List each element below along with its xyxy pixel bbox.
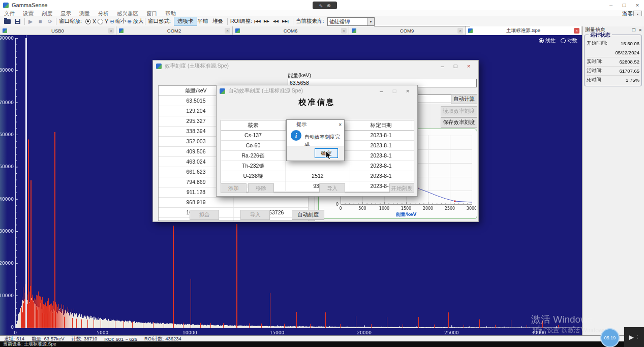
table-row[interactable]: Th-232链2023-8-1 xyxy=(221,161,414,171)
tab-soil-standard-source[interactable]: 土壤标准源.Spe× xyxy=(466,26,582,35)
menu-display[interactable]: 显示 xyxy=(56,10,75,16)
roi-back-button[interactable]: ◀◀ xyxy=(273,16,279,26)
open-file-button[interactable] xyxy=(4,16,11,26)
stop-share-icon[interactable]: ⊗ xyxy=(327,3,331,8)
auto-calc-button[interactable]: 自动计算 xyxy=(451,94,477,104)
close-button[interactable]: × xyxy=(401,88,414,94)
msgbox-titlebar[interactable]: 提示 × xyxy=(287,120,344,129)
dialog-titlebar[interactable]: 自动效率刻度 (土壤标准源.Spe) – □ × xyxy=(217,85,417,97)
stop-button[interactable]: ■ xyxy=(39,16,42,26)
remove-button[interactable]: 移除 xyxy=(248,183,274,193)
main-titlebar: GammaSense ⇖ ⊗ – □ × xyxy=(0,0,644,11)
log-scale-radio[interactable]: 对数 xyxy=(561,37,577,44)
roi-adjust-label: ROI调整: xyxy=(230,16,252,26)
mode-tab-button[interactable]: 选项卡 xyxy=(174,17,197,25)
table-row[interactable]: U-238链25122023-8-1 xyxy=(221,171,414,181)
nuclide-library-combo[interactable]: 铀钍镭钾▾ xyxy=(327,17,375,26)
close-button[interactable]: × xyxy=(631,0,644,10)
maximize-button[interactable]: □ xyxy=(388,88,401,94)
menu-window[interactable]: 窗口 xyxy=(142,10,161,16)
menu-calibration[interactable]: 刻度 xyxy=(38,10,56,16)
auto-calibrate-button[interactable]: 自动刻度 xyxy=(292,210,324,220)
import-button[interactable]: 导入 xyxy=(319,183,345,193)
mode-tile-button[interactable]: 平铺 xyxy=(197,16,208,26)
msgbox-body: i 自动效率刻度完成 xyxy=(287,129,344,146)
dialog-title: 效率刻度 (土壤标准源.Spe) xyxy=(165,62,229,70)
stat-row-start-date: 05/22/2024 xyxy=(587,48,639,57)
save-icon xyxy=(15,19,20,24)
minimize-button[interactable]: – xyxy=(604,0,618,10)
save-button[interactable] xyxy=(15,16,20,26)
tab-close-icon[interactable]: × xyxy=(574,28,579,34)
share-cursor-icon[interactable]: ⇖ xyxy=(319,3,323,8)
tab-icon xyxy=(235,28,240,33)
tab-close-icon[interactable]: × xyxy=(225,28,230,34)
close-button[interactable]: × xyxy=(462,63,475,69)
toolbar: ▶ ■ ⟳ 窗口缩放: X Y ⊖缩小 ⊕放大 窗口形式: 选项卡 平铺 堆叠 … xyxy=(0,16,644,27)
zoom-out-icon: ⊖ xyxy=(110,18,114,25)
tab-com9[interactable]: COM9× xyxy=(349,26,466,35)
roi-forward-button[interactable]: ▶▶ xyxy=(264,16,269,26)
stat-row-real-time: 实时间:62808.52 xyxy=(587,57,639,67)
refresh-button[interactable]: ⟳ xyxy=(48,16,52,26)
recording-timer[interactable]: 05:19 xyxy=(600,328,620,347)
add-button[interactable]: 添加 xyxy=(221,183,247,193)
tab-close-icon[interactable]: × xyxy=(341,28,347,34)
close-icon[interactable]: × xyxy=(339,122,342,128)
minimize-button[interactable]: – xyxy=(375,88,388,94)
fit-button[interactable]: 拟合 xyxy=(190,210,219,220)
menu-roi[interactable]: 感兴趣区 xyxy=(113,10,142,16)
menu-file[interactable]: 文件 xyxy=(0,10,19,16)
menu-measure[interactable]: 测量 xyxy=(75,10,94,16)
screen-share-toolbar[interactable]: ⇖ ⊗ xyxy=(313,2,337,9)
menu-settings[interactable]: 设置 xyxy=(19,10,38,16)
menu-help[interactable]: 帮助 xyxy=(161,10,180,16)
tab-close-icon[interactable]: × xyxy=(457,28,463,34)
measure-info-panel: 测量信息 ❐ ✕ 运行状态 开始时间:15:50:06 05/22/2024 实… xyxy=(582,26,644,335)
table-row[interactable] xyxy=(159,218,315,221)
folder-icon xyxy=(4,19,11,24)
more-options-icon[interactable]: ⋮ xyxy=(635,335,639,339)
capture-app-icon: ▶ xyxy=(629,333,634,341)
tabbar: USB0× COM2× COM6× COM9× 土壤标准源.Spe× xyxy=(0,26,582,35)
close-icon[interactable]: ✕ xyxy=(638,28,642,33)
zoom-out-button[interactable]: ⊖缩小 xyxy=(110,16,126,26)
roi-last-button[interactable]: ▶▶| xyxy=(282,16,289,26)
tab-icon xyxy=(468,28,473,33)
import-button[interactable]: 导入 xyxy=(240,210,270,220)
maximize-button[interactable]: □ xyxy=(618,0,631,10)
roi-first-button[interactable]: |◀◀ xyxy=(254,16,261,26)
dialog-icon xyxy=(289,122,294,127)
tab-com6[interactable]: COM6× xyxy=(233,26,349,35)
tab-icon xyxy=(352,28,356,33)
separator xyxy=(293,18,293,25)
chevron-down-icon[interactable]: ▾ xyxy=(367,18,374,25)
activate-windows-hint: 转到"设置"以激活 Windows xyxy=(533,326,606,335)
dialog-titlebar[interactable]: 效率刻度 (土壤标准源.Spe) – □ × xyxy=(153,60,478,72)
maximize-button[interactable]: □ xyxy=(449,63,462,69)
pin-icon[interactable]: ❐ xyxy=(632,28,635,33)
minimize-button[interactable]: – xyxy=(436,63,449,69)
msgbox-title: 提示 xyxy=(296,121,306,128)
capture-app-control[interactable]: ▶ ⋮ xyxy=(624,327,644,347)
calibration-info-heading: 校准信息 xyxy=(217,98,417,107)
energy-label: 能量(keV) xyxy=(288,72,311,79)
tab-close-icon[interactable]: × xyxy=(108,28,114,34)
linear-scale-radio[interactable]: 线性 xyxy=(539,37,556,44)
tab-usb0[interactable]: USB0× xyxy=(0,26,116,35)
zoom-axis-x-radio[interactable]: X xyxy=(85,16,96,26)
read-efficiency-button[interactable]: 读取效率刻度 xyxy=(441,106,477,116)
start-button[interactable]: ▶ xyxy=(28,16,33,26)
zoom-in-button[interactable]: ⊕放大 xyxy=(127,16,143,26)
save-efficiency-button[interactable]: 保存效率刻度 xyxy=(441,117,477,128)
start-calibration-button[interactable]: 开始刻度 xyxy=(389,183,414,193)
mode-stack-button[interactable]: 堆叠 xyxy=(212,16,223,26)
screen: GammaSense ⇖ ⊗ – □ × 文件 设置 刻度 显示 测量 分析 感… xyxy=(0,0,644,347)
tab-com2[interactable]: COM2× xyxy=(116,26,233,35)
table-row[interactable]: 1000.970.0153726 xyxy=(159,208,315,218)
table-row[interactable]: 968.919 xyxy=(159,198,315,208)
zoom-axis-y-radio[interactable]: Y xyxy=(98,16,108,26)
menu-analysis[interactable]: 分析 xyxy=(94,10,113,16)
run-status-groupbox: 运行状态 开始时间:15:50:06 05/22/2024 实时间:62808.… xyxy=(584,35,642,86)
stat-row-dead-time: 死时间:1.75% xyxy=(587,76,639,84)
